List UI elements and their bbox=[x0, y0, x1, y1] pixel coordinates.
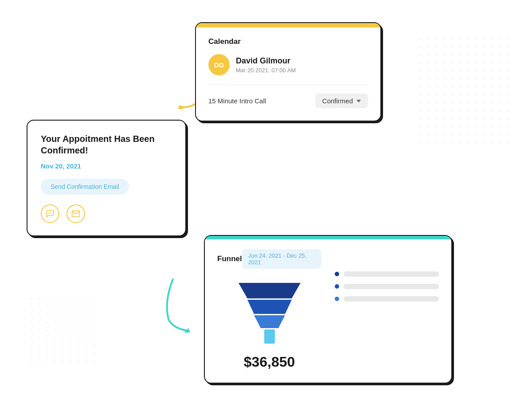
calendar-divider bbox=[208, 84, 368, 85]
chat-icon-button[interactable] bbox=[41, 204, 59, 223]
user-info: David Gilmour Mar 20 2021. 07:00 AM bbox=[236, 56, 296, 74]
email-icon-button[interactable] bbox=[66, 204, 85, 223]
funnel-amount: $36,850 bbox=[217, 354, 321, 370]
legend-item-3 bbox=[335, 296, 439, 302]
calendar-bottom-row: 15 Minute Intro Call Confirmed bbox=[208, 94, 368, 108]
legend-bar-2 bbox=[344, 284, 439, 289]
calendar-user-row: DG David Gilmour Mar 20 2021. 07:00 AM bbox=[208, 54, 368, 75]
calendar-card-body: Calendar DG David Gilmour Mar 20 2021. 0… bbox=[196, 27, 380, 121]
legend-dot-3 bbox=[335, 297, 339, 301]
svg-marker-1 bbox=[239, 283, 301, 298]
legend-dot-1 bbox=[335, 272, 339, 276]
send-confirmation-button[interactable]: Send Confirmation Email bbox=[41, 179, 129, 195]
date-range-badge: Jun 24, 2021 - Dec 25, 2021 bbox=[242, 249, 321, 269]
appointment-date: Nov 20, 2021 bbox=[41, 162, 172, 170]
call-label: 15 Minute Intro Call bbox=[208, 97, 266, 105]
calendar-top-bar bbox=[196, 23, 380, 27]
funnel-card: Funnel Jun 24, 2021 - Dec 25, 2021 bbox=[204, 235, 452, 384]
funnel-title: Funnel bbox=[217, 255, 242, 263]
user-date: Mar 20 2021. 07:00 AM bbox=[236, 67, 296, 74]
legend-dot-2 bbox=[335, 284, 339, 289]
funnel-card-body: Funnel Jun 24, 2021 - Dec 25, 2021 bbox=[205, 239, 451, 383]
calendar-title: Calendar bbox=[208, 37, 368, 46]
svg-rect-4 bbox=[264, 329, 275, 344]
funnel-left: Funnel Jun 24, 2021 - Dec 25, 2021 bbox=[217, 249, 321, 370]
confirmed-label: Confirmed bbox=[322, 97, 353, 105]
funnel-legend bbox=[335, 249, 439, 302]
svg-marker-2 bbox=[247, 300, 292, 314]
legend-bar-1 bbox=[344, 271, 439, 277]
funnel-header: Funnel Jun 24, 2021 - Dec 25, 2021 bbox=[217, 249, 321, 269]
calendar-card: Calendar DG David Gilmour Mar 20 2021. 0… bbox=[195, 22, 381, 121]
svg-marker-3 bbox=[254, 315, 285, 328]
appointment-title: Your Appoitment Has Been Confirmed! bbox=[41, 133, 172, 156]
legend-item-2 bbox=[335, 284, 439, 289]
funnel-top-bar bbox=[205, 236, 451, 239]
appointment-card: Your Appoitment Has Been Confirmed! Nov … bbox=[27, 120, 186, 236]
legend-bar-3 bbox=[344, 296, 439, 302]
scene: Calendar DG David Gilmour Mar 20 2021. 0… bbox=[0, 0, 532, 419]
appointment-icons-row bbox=[41, 204, 172, 223]
dot-grid-bottom-left bbox=[27, 295, 98, 366]
funnel-chart bbox=[217, 278, 321, 349]
user-name: David Gilmour bbox=[236, 56, 296, 66]
legend-item-1 bbox=[335, 271, 439, 277]
dot-grid-top-right bbox=[417, 35, 514, 151]
confirmed-badge[interactable]: Confirmed bbox=[315, 94, 368, 108]
chevron-down-icon bbox=[356, 100, 361, 102]
avatar: DG bbox=[208, 54, 230, 75]
